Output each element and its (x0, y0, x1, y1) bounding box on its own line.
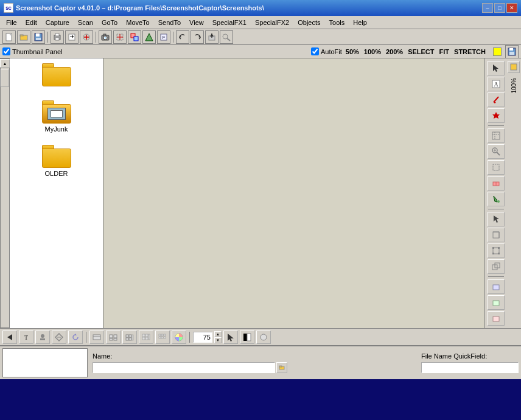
scroll-up-arrow[interactable]: ▲ (0, 59, 10, 68)
tb-btn4[interactable] (128, 30, 141, 44)
resize-tool-btn[interactable] (488, 243, 505, 258)
list-item[interactable]: MyJunk (42, 100, 71, 133)
zoom-tool-btn[interactable] (488, 144, 505, 159)
bottom-toolbar: T (0, 328, 521, 345)
color-swatch[interactable] (493, 47, 502, 56)
name-input[interactable] (93, 362, 275, 373)
bt-color-btn[interactable] (172, 331, 186, 344)
list-item[interactable]: OLDER (42, 145, 71, 177)
tb-open-btn[interactable] (17, 30, 30, 44)
tb-save-btn[interactable] (32, 30, 45, 44)
tb-btn2[interactable] (65, 30, 79, 44)
fill-tool-btn[interactable] (488, 192, 505, 206)
tb-redo-btn[interactable] (191, 30, 204, 44)
bt-btn2[interactable] (106, 331, 121, 344)
tb-btn5[interactable] (142, 30, 156, 44)
close-button[interactable]: ✕ (506, 3, 517, 13)
tb-new-btn[interactable] (2, 30, 16, 44)
svg-rect-96 (159, 337, 161, 338)
menu-file[interactable]: File (2, 18, 21, 27)
minimize-button[interactable]: – (482, 3, 493, 13)
bt-cursor-btn[interactable] (223, 331, 238, 344)
far-right-btn1[interactable] (508, 61, 520, 73)
text-tool-btn[interactable]: A (488, 77, 505, 91)
thumbnail-panel-checkbox-label[interactable]: Thumbnail Panel (2, 47, 63, 55)
folder-icon (42, 145, 71, 168)
quickfield-input[interactable] (421, 362, 519, 373)
size-up-btn[interactable]: ▲ (214, 331, 222, 337)
svg-rect-6 (36, 38, 41, 40)
thumbnail-panel-checkbox[interactable] (2, 47, 10, 55)
menu-specialfx1[interactable]: SpecialFX1 (209, 18, 250, 27)
svg-rect-89 (145, 334, 148, 337)
menu-moveto[interactable]: MoveTo (122, 18, 153, 27)
menu-scan[interactable]: Scan (74, 18, 97, 27)
svg-rect-37 (509, 52, 514, 55)
bt-text-btn[interactable]: T (19, 331, 33, 344)
menu-sendto[interactable]: SendTo (155, 18, 184, 27)
menu-objects[interactable]: Objects (294, 18, 324, 27)
zoom-200-btn[interactable]: 200% (385, 48, 404, 55)
pencil-tool-btn[interactable] (488, 93, 505, 107)
menu-edit[interactable]: Edit (22, 18, 41, 27)
name-browse-btn[interactable] (276, 362, 287, 373)
menu-specialfx2[interactable]: SpecialFX2 (251, 18, 293, 27)
tb-undo-btn[interactable] (176, 30, 189, 44)
thumbnail-panel-label: Thumbnail Panel (12, 48, 63, 55)
svg-rect-86 (129, 338, 131, 340)
zoom-100-btn[interactable]: 100% (363, 48, 382, 55)
zoom-fit-btn[interactable]: FIT (438, 48, 451, 55)
rotate-tool-btn[interactable] (488, 228, 505, 242)
svg-rect-3 (20, 35, 23, 36)
menu-help[interactable]: Help (349, 18, 371, 27)
autofit-checkbox[interactable] (311, 47, 319, 55)
main-content-area: ▲ (0, 58, 521, 328)
rect3-tool-btn[interactable] (488, 311, 505, 326)
tb-btn6[interactable]: F (157, 30, 170, 44)
bt-btn5[interactable] (155, 331, 170, 344)
size-input[interactable] (193, 332, 212, 343)
bt-btn1[interactable] (89, 331, 104, 344)
bt-btn3[interactable] (122, 331, 137, 344)
autofit-checkbox-label[interactable]: AutoFit (311, 47, 342, 55)
menu-tools[interactable]: Tools (326, 18, 349, 27)
shape-tool-btn[interactable] (488, 108, 505, 123)
canvas-area[interactable] (103, 58, 484, 328)
zoom-select-btn[interactable]: SELECT (407, 48, 435, 55)
rect-tool-btn[interactable] (488, 279, 505, 294)
clone-tool-btn[interactable] (488, 259, 505, 274)
left-scrollbar[interactable]: ▲ (0, 58, 10, 328)
size-down-btn[interactable]: ▼ (214, 337, 222, 343)
tb-print-btn[interactable] (51, 30, 64, 44)
eraser-tool-btn[interactable] (488, 176, 505, 191)
tb-region-btn[interactable] (113, 30, 127, 44)
menu-capture[interactable]: Capture (42, 18, 73, 27)
crop-tool-btn[interactable] (488, 128, 505, 143)
zoom-50-btn[interactable]: 50% (344, 48, 360, 55)
bt-circle-btn[interactable] (256, 331, 271, 344)
cursor-tool-btn[interactable] (488, 212, 505, 226)
menu-view[interactable]: View (186, 18, 208, 27)
bt-btn4[interactable] (139, 331, 153, 344)
list-item[interactable] (42, 63, 71, 88)
bt-back-btn[interactable] (2, 331, 17, 344)
maximize-button[interactable]: □ (494, 3, 505, 13)
menu-goto[interactable]: GoTo (98, 18, 121, 27)
scroll-thumb[interactable] (1, 69, 9, 87)
zoom-percent-label: 100% (511, 78, 517, 94)
bt-resize-btn[interactable] (52, 331, 66, 344)
svg-rect-94 (161, 334, 163, 336)
zoom-stretch-btn[interactable]: STRETCH (453, 48, 487, 55)
select-tool-btn[interactable] (488, 160, 505, 175)
bt-refresh-btn[interactable] (68, 331, 83, 344)
bt-blackwhite-btn[interactable] (240, 331, 254, 344)
arrow-tool-btn[interactable] (488, 61, 505, 75)
tb-btn7[interactable] (205, 30, 219, 44)
tb-btn8[interactable] (220, 30, 233, 44)
tb-btn3[interactable] (80, 30, 93, 44)
save-icon-btn[interactable] (505, 45, 519, 58)
tb-camera-btn[interactable] (99, 30, 112, 44)
bt-stamp-btn[interactable] (35, 331, 50, 344)
svg-rect-84 (129, 335, 131, 337)
rect2-tool-btn[interactable] (488, 295, 505, 310)
